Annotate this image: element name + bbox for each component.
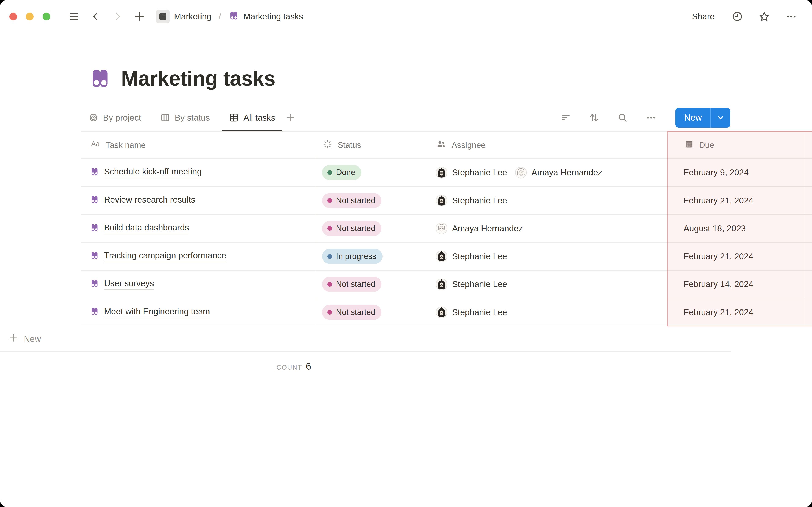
status-pill[interactable]: Not started (322, 277, 382, 292)
status-pill[interactable]: In progress (322, 249, 382, 264)
status-pill[interactable]: Not started (322, 305, 382, 320)
view-tab-by-status[interactable]: By status (153, 104, 216, 131)
top-bar-actions: Share (689, 9, 799, 24)
assignee-cell[interactable]: Stephanie Lee (430, 271, 678, 298)
column-header-task-name[interactable]: AaTask name (81, 132, 316, 158)
due-date-cell[interactable]: February 21, 2024 (678, 243, 804, 270)
assignee-item[interactable]: Amaya Hernandez (436, 222, 523, 234)
assignee-item[interactable]: Stephanie Lee (436, 194, 507, 207)
view-tab-label: By status (175, 113, 210, 123)
task-name-cell[interactable]: Meet with Engineering team (81, 298, 316, 326)
new-page-icon[interactable] (132, 9, 147, 24)
breadcrumb-item-marketing-tasks[interactable]: Marketing tasks (226, 8, 305, 24)
back-icon[interactable] (89, 9, 103, 24)
assignee-cell[interactable]: Stephanie Lee (430, 243, 678, 270)
assignee-cell[interactable]: Stephanie Lee (430, 187, 678, 214)
column-header-assignee[interactable]: Assignee (430, 132, 678, 158)
status-pill[interactable]: Not started (322, 193, 382, 208)
assignee-item[interactable]: Stephanie Lee (436, 167, 507, 178)
task-name-link[interactable]: Tracking campaign performance (104, 250, 226, 262)
status-dot (327, 226, 332, 231)
share-button[interactable]: Share (689, 9, 718, 24)
view-tab-label: By project (103, 113, 141, 123)
due-date: February 9, 2024 (683, 168, 749, 177)
status-label: Not started (336, 224, 375, 233)
due-date: February 21, 2024 (683, 307, 753, 317)
due-date-cell[interactable]: February 21, 2024 (678, 298, 804, 326)
view-more-icon[interactable] (644, 110, 658, 125)
assignee-item[interactable]: Stephanie Lee (436, 306, 507, 318)
assignee-item[interactable]: Stephanie Lee (436, 278, 507, 290)
status-pill[interactable]: Not started (322, 221, 382, 236)
task-name-link[interactable]: Build data dashboards (104, 223, 189, 234)
search-icon[interactable] (615, 110, 630, 125)
view-tab-all-tasks[interactable]: All tasks (221, 104, 282, 131)
status-cell[interactable]: Not started (316, 298, 430, 326)
new-row-label: New (24, 334, 41, 344)
status-cell[interactable]: Not started (316, 187, 430, 214)
page-binoculars-icon[interactable] (88, 66, 112, 91)
table-icon (229, 112, 239, 123)
column-calculation[interactable]: COUNT 6 (81, 352, 316, 372)
task-name-cell[interactable]: Schedule kick-off meeting (81, 159, 316, 186)
status-cell[interactable]: Done (316, 159, 430, 186)
sidebar-menu-icon[interactable] (67, 9, 82, 24)
assignee-cell[interactable]: Stephanie LeeAmaya Hernandez (430, 159, 678, 186)
due-date-cell[interactable]: February 14, 2024 (678, 271, 804, 298)
avatar (436, 278, 448, 290)
column-header-label: Assignee (451, 140, 486, 150)
status-label: In progress (336, 252, 376, 261)
status-dot (327, 170, 332, 175)
task-name-cell[interactable]: Tracking campaign performance (81, 243, 316, 270)
task-name-cell[interactable]: User surveys (81, 271, 316, 298)
assignee-item[interactable]: Stephanie Lee (436, 250, 507, 262)
task-name-cell[interactable]: Review research results (81, 187, 316, 214)
new-button-label[interactable]: New (675, 108, 711, 128)
status-cell[interactable]: Not started (316, 271, 430, 298)
sort-icon[interactable] (587, 110, 601, 125)
binoculars-icon (90, 278, 100, 290)
column-header-label: Task name (106, 140, 146, 150)
nav-buttons (67, 9, 147, 24)
status-cell[interactable]: In progress (316, 243, 430, 270)
close-window-button[interactable] (9, 13, 17, 20)
task-name-link[interactable]: Meet with Engineering team (104, 306, 210, 318)
due-date-cell[interactable]: February 9, 2024 (678, 159, 804, 186)
more-options-icon[interactable] (784, 9, 799, 24)
table-row: Meet with Engineering teamNot startedSte… (81, 298, 812, 326)
column-header-status[interactable]: Status (316, 132, 430, 158)
view-controls: New (558, 108, 730, 128)
status-dot (327, 254, 332, 259)
status-pill[interactable]: Done (322, 165, 361, 180)
new-button-chevron-down-icon[interactable] (711, 108, 730, 128)
favorite-star-icon[interactable] (757, 9, 772, 24)
minimize-window-button[interactable] (26, 13, 34, 20)
desktop-background: Marketing / Marketing tasks Share Market… (0, 0, 812, 507)
view-tab-by-project[interactable]: By project (81, 104, 148, 131)
avatar (436, 167, 448, 178)
svg-text:Aa: Aa (91, 140, 100, 148)
column-header-due[interactable]: Due (678, 132, 804, 158)
assignee-name: Amaya Hernandez (531, 168, 602, 177)
table-row: Build data dashboardsNot startedAmaya He… (81, 215, 812, 242)
forward-icon[interactable] (110, 9, 125, 24)
assignee-cell[interactable]: Stephanie Lee (430, 298, 678, 326)
filter-icon[interactable] (558, 110, 573, 125)
add-view-icon[interactable] (283, 110, 298, 125)
assignee-cell[interactable]: Amaya Hernandez (430, 215, 678, 242)
due-date-cell[interactable]: August 18, 2023 (678, 215, 804, 242)
due-date-cell[interactable]: February 21, 2024 (678, 187, 804, 214)
task-name-link[interactable]: User surveys (104, 278, 154, 290)
breadcrumb-item-marketing[interactable]: Marketing (154, 8, 214, 25)
zoom-window-button[interactable] (43, 13, 50, 20)
updates-clock-icon[interactable] (730, 9, 745, 24)
breadcrumb-separator: / (219, 12, 221, 21)
status-cell[interactable]: Not started (316, 215, 430, 242)
page-title[interactable]: Marketing tasks (121, 66, 275, 91)
task-name-cell[interactable]: Build data dashboards (81, 215, 316, 242)
due-date: February 21, 2024 (683, 195, 753, 206)
task-name-link[interactable]: Schedule kick-off meeting (104, 167, 202, 178)
task-name-link[interactable]: Review research results (104, 195, 195, 207)
new-row-button[interactable]: New (0, 326, 731, 352)
assignee-item[interactable]: Amaya Hernandez (515, 167, 602, 178)
